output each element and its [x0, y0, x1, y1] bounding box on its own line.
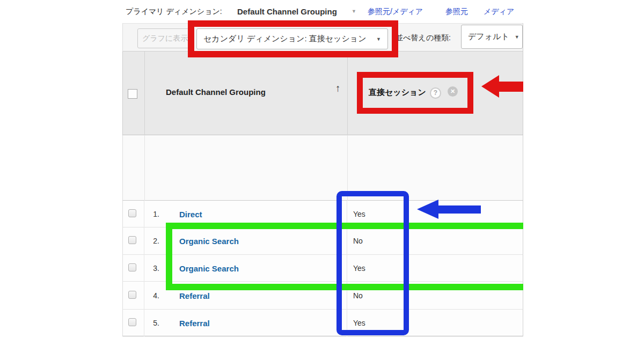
table-row: 4. Referral No — [122, 282, 523, 310]
row-number: 3. — [145, 264, 159, 273]
dimension-link-source-medium[interactable]: 参照元/メディア — [368, 0, 423, 23]
caret-down-icon: ▼ — [352, 0, 356, 23]
caret-down-icon: ▼ — [515, 34, 519, 40]
annotation-red-arrow-icon — [481, 75, 499, 98]
column-divider — [347, 52, 348, 135]
table-row: 5. Referral Yes — [122, 310, 523, 336]
channel-link[interactable]: Organic Search — [179, 263, 239, 273]
column-divider — [347, 135, 348, 201]
table-row: 2. Organic Search No — [122, 227, 523, 255]
caret-down-icon: ▼ — [376, 36, 381, 42]
row-number: 1. — [145, 210, 159, 218]
row-number: 5. — [145, 319, 159, 327]
primary-dimension-label: プライマリ ディメンション: — [126, 0, 222, 23]
sort-type-label: 並べ替えの種類: — [396, 24, 451, 52]
dimension-link-medium[interactable]: メディア — [484, 0, 514, 23]
secondary-dimension-value: Yes — [353, 264, 365, 273]
primary-dimension-bar: プライマリ ディメンション: Default Channel Grouping … — [122, 0, 523, 23]
secondary-dimension-value: No — [353, 291, 363, 300]
sort-type-dropdown[interactable]: デフォルト ▼ — [461, 25, 523, 49]
column-divider — [144, 135, 145, 201]
show-on-graph-button: グラフに表示 — [137, 28, 189, 48]
secondary-dimension-value: No — [353, 237, 363, 245]
sort-ascending-icon[interactable]: ↑ — [335, 83, 341, 94]
primary-dimension-selector[interactable]: Default Channel Grouping — [237, 0, 337, 23]
column-header-direct-session[interactable]: 直接セッション — [369, 84, 426, 100]
analytics-report-view: プライマリ ディメンション: Default Channel Grouping … — [0, 0, 644, 338]
summary-band — [122, 135, 523, 201]
column-header-channel-grouping[interactable]: Default Channel Grouping — [166, 84, 266, 101]
channel-link[interactable]: Referral — [179, 291, 210, 300]
row-checkbox[interactable] — [128, 291, 136, 299]
row-checkbox[interactable] — [128, 236, 136, 244]
column-divider — [144, 201, 144, 336]
table-toolbar: グラフに表示 セカンダリ ディメンション: 直接セッション ▼ 並べ替えの種類:… — [122, 23, 523, 52]
annotation-blue-arrow-shaft — [438, 205, 481, 214]
channel-link[interactable]: Referral — [179, 318, 210, 327]
row-checkbox[interactable] — [128, 318, 136, 326]
table-row: 1. Direct Yes — [122, 201, 523, 227]
table-header: Default Channel Grouping ↑ 直接セッション ? ✕ — [122, 52, 523, 135]
remove-secondary-dimension-icon[interactable]: ✕ — [448, 86, 458, 97]
row-checkbox[interactable] — [128, 209, 136, 217]
channel-link[interactable]: Organic Search — [179, 237, 239, 246]
channel-link[interactable]: Direct — [179, 209, 202, 218]
secondary-dimension-dropdown-label: セカンダリ ディメンション: 直接セッション — [203, 34, 366, 44]
dimension-link-source[interactable]: 参照元 — [445, 0, 468, 23]
row-number: 2. — [145, 237, 159, 245]
annotation-blue-arrow-icon — [417, 200, 438, 219]
annotation-red-arrow-shaft — [499, 82, 523, 92]
sort-type-dropdown-label: デフォルト — [468, 32, 509, 42]
column-divider — [347, 201, 347, 336]
select-all-checkbox[interactable] — [128, 89, 137, 99]
help-icon[interactable]: ? — [430, 87, 441, 99]
secondary-dimension-value: Yes — [353, 319, 365, 327]
column-divider — [144, 52, 145, 135]
secondary-dimension-dropdown[interactable]: セカンダリ ディメンション: 直接セッション ▼ — [196, 28, 388, 49]
row-number: 4. — [145, 291, 159, 300]
secondary-dimension-value: Yes — [353, 210, 365, 218]
row-checkbox[interactable] — [128, 263, 136, 271]
table-row: 3. Organic Search Yes — [122, 255, 523, 282]
